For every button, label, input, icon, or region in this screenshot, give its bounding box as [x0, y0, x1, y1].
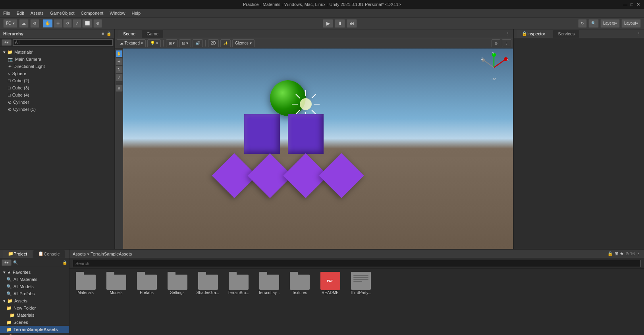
asset-terrainlay[interactable]: TerrainLay... [256, 272, 282, 295]
svg-line-5 [296, 94, 300, 98]
asset-terrainbru[interactable]: TerrainBru... [226, 272, 251, 295]
new-folder-item[interactable]: 📁 New Folder [0, 304, 69, 312]
hierarchy-menu[interactable]: ≡ [102, 31, 104, 36]
project-panel-menu[interactable]: 🔒 [62, 260, 67, 265]
scene-view-btn[interactable]: ☁ Textured ▾ [117, 39, 146, 47]
step-button[interactable]: ⏭ [347, 19, 357, 28]
asset-textures[interactable]: Textures [287, 272, 312, 295]
asset-star-icon[interactable]: ★ [620, 251, 624, 256]
assets-expand: ▾ [3, 298, 6, 304]
menu-window[interactable]: Window [110, 11, 125, 15]
svg-text:Y: Y [492, 52, 494, 55]
tab-services[interactable]: Services [553, 30, 579, 38]
scene-menu-icon[interactable]: ⋮ [506, 31, 510, 36]
2d-btn[interactable]: 2D [208, 39, 219, 47]
scale-tool[interactable]: ⤢ [73, 19, 81, 28]
layers-btn[interactable]: Layers ▾ [600, 19, 620, 28]
hand-tool[interactable]: ✋ [42, 19, 53, 28]
tool-rotate[interactable]: ↻ [116, 66, 123, 73]
tool-extra[interactable]: ⊕ [116, 85, 123, 92]
scene-light-btn[interactable]: 💡 ▾ [147, 39, 161, 47]
hierarchy-item-cube4[interactable]: □ Cube (4) [0, 91, 114, 99]
pause-button[interactable]: ⏸ [335, 19, 345, 28]
maximize-icon[interactable]: □ [631, 2, 633, 7]
hierarchy-item-cylinder[interactable]: ⊙ Cylinder [0, 99, 114, 106]
asset-thirdparty[interactable]: ThirdParty... [348, 272, 374, 295]
asset-shadergra[interactable]: ShaderGra... [195, 272, 221, 295]
asset-filter-icon[interactable]: ⊞ [615, 251, 618, 256]
asset-settings[interactable]: Settings [164, 272, 190, 295]
hierarchy-item-cube3[interactable]: □ Cube (3) [0, 84, 114, 91]
project-search-icon[interactable]: 🔍 [13, 260, 18, 265]
asset-prefabs[interactable]: Prefabs [134, 272, 160, 295]
hierarchy-item-materials[interactable]: ▾ 📁 Materials* [0, 48, 114, 56]
menu-component[interactable]: Component [81, 11, 103, 15]
scene-snap-btn[interactable]: ⊡ ▾ [179, 39, 191, 47]
tab-console[interactable]: 📋 Console [33, 250, 64, 258]
add-hierarchy-btn[interactable]: +▾ [2, 39, 12, 46]
menu-gameobject[interactable]: GameObject [50, 11, 75, 15]
scene-audio-btn[interactable]: 🔊 [193, 39, 203, 47]
hierarchy-item-camera[interactable]: 📷 Main Camera [0, 56, 114, 63]
rect-tool[interactable]: ⬜ [82, 19, 93, 28]
scene-extra-2[interactable]: ⋮ [502, 39, 511, 47]
move-tool[interactable]: ✛ [54, 19, 62, 28]
favorites-group[interactable]: ▾ ★ Favorites [0, 269, 69, 276]
settings-btn[interactable]: ⚙ [30, 19, 39, 28]
menu-edit[interactable]: Edit [17, 11, 24, 15]
toolbar-right: ⟳ 🔍 Layers ▾ Layout ▾ [578, 19, 641, 28]
account-btn[interactable]: FO ▾ [3, 19, 17, 28]
svg-text:X: X [507, 58, 509, 61]
menu-assets[interactable]: Assets [31, 11, 44, 15]
all-materials-item[interactable]: 🔍 All Materials [0, 276, 69, 283]
scene-controls-bar: ☁ Textured ▾ 💡 ▾ ⊞ ▾ ⊡ ▾ 🔊 2D ✨ Gizmos ▾… [115, 38, 513, 48]
all-prefabs-item[interactable]: 🔍 All Prefabs [0, 290, 69, 297]
assets-group[interactable]: ▾ 📁 Assets [0, 297, 69, 304]
layout-btn[interactable]: Layout ▾ [621, 19, 641, 28]
scene-orientation-gizmo[interactable]: Y X Z Iso [478, 52, 510, 83]
tool-hand[interactable]: ✋ [116, 50, 123, 57]
hierarchy-lock[interactable]: 🔒 [106, 31, 111, 36]
asset-settings-icon[interactable]: 🔒 [607, 251, 613, 256]
scene-grid-btn[interactable]: ⊞ ▾ [166, 39, 178, 47]
cube-object-left [244, 114, 280, 154]
hierarchy-item-light[interactable]: ☀ Directional Light [0, 63, 114, 70]
tab-inspector[interactable]: 🔒 Inspector [517, 30, 550, 38]
inspector-menu-icon[interactable]: ⋮ [637, 31, 641, 36]
tool-move[interactable]: ✛ [116, 58, 123, 65]
scene-fx-btn[interactable]: ✨ [220, 39, 231, 47]
hierarchy-item-cube2[interactable]: □ Cube (2) [0, 77, 114, 84]
menu-file[interactable]: File [3, 11, 10, 15]
packages-group[interactable]: ▶ 📦 Packages [0, 333, 69, 335]
tab-scene[interactable]: Scene [118, 30, 140, 38]
asset-materials[interactable]: Materials [73, 272, 98, 295]
materials-sub-item[interactable]: 📁 Materials [0, 312, 69, 319]
play-button[interactable]: ▶ [323, 19, 333, 28]
rotate-tool[interactable]: ↻ [63, 19, 72, 28]
scene-extra-1[interactable]: ⊕ [492, 39, 500, 47]
assets-browser: Assets > TerrainSampleAssets 🔒 ⊞ ★ ⊕ 16 … [69, 250, 644, 335]
assets-search-input[interactable] [73, 260, 641, 267]
hierarchy-search[interactable]: All [13, 39, 113, 46]
minimize-icon[interactable]: — [623, 2, 627, 7]
asset-models[interactable]: Models [103, 272, 129, 295]
custom-tool[interactable]: ⊕ [93, 19, 102, 28]
close-icon[interactable]: ✕ [636, 2, 640, 7]
all-models-item[interactable]: 🔍 All Models [0, 283, 69, 290]
cloud-btn[interactable]: ☁ [19, 19, 29, 28]
search-btn[interactable]: 🔍 [588, 19, 599, 28]
hierarchy-item-sphere[interactable]: ○ Sphere [0, 70, 114, 77]
scene-viewport[interactable]: ✋ ✛ ↻ ⤢ ⊕ [115, 48, 513, 249]
scene-gizmo-btn[interactable]: Gizmos ▾ [232, 39, 255, 47]
assets-menu-icon[interactable]: ⋮ [636, 251, 641, 256]
asset-readme[interactable]: PDF README [317, 272, 343, 295]
tab-project[interactable]: 📁 Project [3, 250, 32, 258]
hierarchy-item-cylinder1[interactable]: ⊙ Cylinder (1) [0, 106, 114, 113]
add-asset-btn[interactable]: +▾ [2, 259, 12, 266]
tool-scale[interactable]: ⤢ [116, 74, 123, 81]
collab-btn[interactable]: ⟳ [578, 19, 587, 28]
scenes-item[interactable]: 📁 Scenes [0, 319, 69, 326]
menu-help[interactable]: Help [131, 11, 141, 15]
tab-game[interactable]: Game [142, 30, 163, 38]
terrain-sample-item[interactable]: 📁 TerrainSampleAssets [0, 326, 69, 333]
